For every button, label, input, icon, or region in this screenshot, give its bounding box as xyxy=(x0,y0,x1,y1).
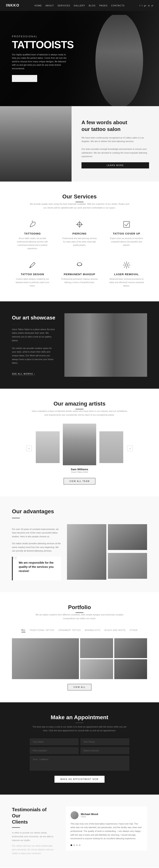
facebook-icon[interactable]: f xyxy=(139,4,140,7)
portfolio-item-3[interactable] xyxy=(114,638,147,658)
artist-photo-featured xyxy=(63,424,96,465)
reviewer-info: Michael Wood Client xyxy=(81,813,98,818)
about-text1: We have been continuously recognized as … xyxy=(81,136,149,143)
advantages-left: For over 10 years of constant improvemen… xyxy=(12,524,61,580)
filter-traditional[interactable]: TRADITIONAL TATTOO xyxy=(29,628,54,632)
service-card-coverup: Tattoo cover up Expert cover-up services… xyxy=(106,217,147,252)
testimonials-subtitle: Our clients will hear our client testimo… xyxy=(12,844,56,855)
about-image-inner xyxy=(0,106,72,182)
nav-services[interactable]: Services xyxy=(57,4,70,7)
makeup-icon xyxy=(75,260,84,270)
showcase-image-inner xyxy=(64,313,147,377)
svg-line-13 xyxy=(124,262,125,264)
service-desc-piercing: Professional and safe piercing services … xyxy=(61,237,98,247)
portfolio-filters: ALL TRADITIONAL TATTOO ORNAMENT TATTOO M… xyxy=(12,628,147,632)
hero-title: TATTOOISTS xyxy=(12,39,74,50)
svg-line-16 xyxy=(124,267,125,268)
service-title-laser: Laser removal xyxy=(108,273,145,276)
artists-subtitle: Inkco maintains a team of talented artis… xyxy=(30,409,129,416)
about-text2: Our team provides enough knowledge and p… xyxy=(81,147,149,158)
appointment-description: The best way to enjoy a visit to our stu… xyxy=(30,725,129,732)
service-desc-laser: Advanced laser removal procedures to saf… xyxy=(108,277,145,287)
linkedin-icon[interactable]: in xyxy=(148,4,150,7)
about-image xyxy=(0,106,72,182)
svg-line-15 xyxy=(128,262,129,264)
showcase-image xyxy=(64,313,147,377)
appointment-location-select[interactable]: Pick a location xyxy=(30,747,79,754)
artist-photo-left xyxy=(36,431,60,463)
view-all-button[interactable]: VIEW ALL xyxy=(68,684,91,690)
header-logo[interactable]: INKKO xyxy=(6,3,20,7)
googleplus-icon[interactable]: g+ xyxy=(144,4,147,7)
showcase-desc1: Inkco Tattoo Salon is a place where the … xyxy=(12,328,56,342)
testimonial-dot-2[interactable] xyxy=(73,844,75,846)
about-cta-button[interactable]: LEARN MORE xyxy=(81,162,149,168)
appointment-service-select[interactable]: Select a service xyxy=(80,747,129,754)
advantages-divider xyxy=(12,518,20,518)
portfolio-title: Portfolio xyxy=(12,604,147,611)
reviewer-name: Michael Wood xyxy=(81,813,98,816)
twitter-icon[interactable]: t xyxy=(142,4,142,7)
advantages-images xyxy=(67,524,147,580)
nav-home[interactable]: Home xyxy=(34,4,42,7)
advantages-layout: For over 10 years of constant improvemen… xyxy=(12,524,147,580)
nav-gallery[interactable]: Gallery xyxy=(74,4,85,7)
appointment-row-2: Pick a location Select a service xyxy=(30,747,129,754)
piercing-icon xyxy=(75,219,84,229)
portfolio-item-1[interactable] xyxy=(12,638,79,679)
appointment-message-textarea[interactable] xyxy=(30,756,129,771)
youtube-icon[interactable]: yt xyxy=(151,4,153,7)
nav-blog[interactable]: Blog xyxy=(89,4,96,7)
advantage-image-top-right xyxy=(108,524,147,550)
carousel-next-button[interactable]: › xyxy=(127,445,133,451)
svg-line-1 xyxy=(32,221,33,221)
service-card-tattooing: Tattooing At our tattoo studio, we provi… xyxy=(12,217,53,252)
advantages-title: Our advantages xyxy=(12,508,147,515)
filter-all[interactable]: ALL xyxy=(22,628,26,632)
advantage-image-main xyxy=(67,524,106,580)
artists-carousel: ‹ Sam Williams Guest Tattoo Artist › xyxy=(12,425,147,472)
portfolio-item-2[interactable] xyxy=(80,638,113,658)
advantages-quote-text: We are responsible for the quality of th… xyxy=(19,561,57,573)
filter-minimalistic[interactable]: MINIMALISTIC xyxy=(85,628,101,632)
nav-contacts[interactable]: Contacts xyxy=(111,4,125,7)
svg-line-14 xyxy=(128,267,129,268)
hero-cta-button[interactable]: READ MORE xyxy=(12,75,37,82)
testimonial-dot-4[interactable] xyxy=(79,844,80,846)
showcase-cta-link[interactable]: SEE ALL WORKS › xyxy=(12,373,35,376)
header-social: f t g+ in yt xyxy=(139,4,153,7)
appointment-phone-input[interactable] xyxy=(80,739,129,745)
hero-subtitle: Professional xyxy=(12,35,74,38)
portfolio-item-5[interactable] xyxy=(114,659,147,679)
service-card-design: Tattoo design Custom tattoo designs crea… xyxy=(12,258,53,289)
testimonial-dot-3[interactable] xyxy=(76,844,78,846)
header: INKKO Home About Services Gallery Blog P… xyxy=(0,0,159,11)
testimonials-desc: In effort to provide our clients needs, … xyxy=(12,831,56,842)
showcase-title: Our art showcase xyxy=(12,315,56,321)
carousel-prev-button[interactable]: ‹ xyxy=(26,445,32,451)
service-title-coverup: Tattoo cover up xyxy=(108,232,145,235)
appointment-submit-button[interactable]: MAKE AN APPOINTMENT NOW xyxy=(54,776,105,783)
testimonials-section: Testimonials of Our Clients In effort to… xyxy=(0,795,159,867)
appointment-divider xyxy=(76,722,83,723)
filter-ornament[interactable]: ORNAMENT TATTOO xyxy=(58,628,81,632)
advantages-text2: Our tattoo studio provides tattooing ser… xyxy=(12,541,61,553)
artist-card-left xyxy=(36,431,60,465)
service-desc-makeup: Professional permanent makeup services o… xyxy=(61,277,98,284)
appointment-form: Pick a location Select a service MAKE AN… xyxy=(30,739,129,783)
view-team-button[interactable]: VIEW ALL TEAM xyxy=(63,478,96,485)
advantages-text1: For over 10 years of constant improvemen… xyxy=(12,527,61,538)
nav-about[interactable]: About xyxy=(45,4,54,7)
appointment-name-input[interactable] xyxy=(30,739,79,745)
testimonial-dot-1[interactable] xyxy=(71,844,72,846)
hero-section: Professional TATTOOISTS Our highly quali… xyxy=(0,11,159,106)
svg-point-8 xyxy=(126,264,128,266)
filter-other[interactable]: OTHER xyxy=(130,628,137,632)
artist-name: Sam Williams xyxy=(63,468,96,471)
portfolio-item-4[interactable] xyxy=(80,659,113,679)
tattoo-icon xyxy=(27,219,37,229)
nav-pages[interactable]: Pages xyxy=(99,4,108,7)
testimonials-right: Michael Wood Client This was truly one o… xyxy=(66,806,147,855)
filter-bw[interactable]: BLACK AND WHITE xyxy=(105,628,126,632)
showcase-content: Our art showcase Inkco Tattoo Salon is a… xyxy=(12,315,56,376)
